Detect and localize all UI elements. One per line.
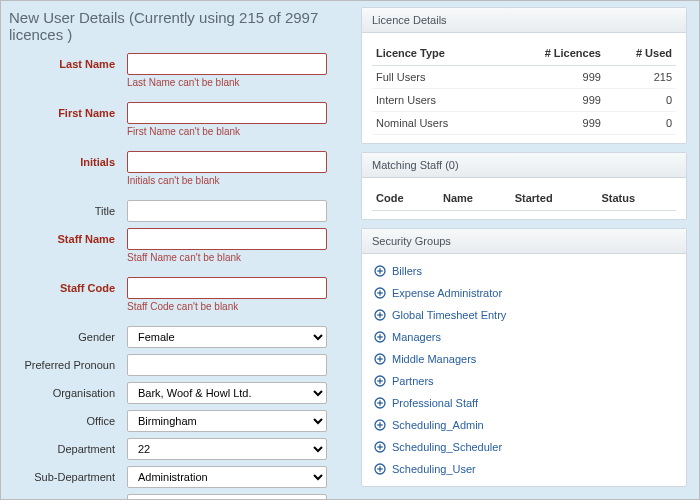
licence-cell-type: Nominal Users [372, 112, 501, 135]
add-icon [374, 441, 386, 453]
field-label: Grade [7, 494, 127, 499]
field-error: Staff Code can't be blank [127, 301, 327, 312]
licence-cell-count: 999 [501, 112, 605, 135]
field-label: Initials [7, 151, 127, 168]
security-group-label: Middle Managers [392, 353, 476, 365]
licence-row: Nominal Users9990 [372, 112, 676, 135]
security-group-item[interactable]: Middle Managers [372, 348, 676, 370]
security-group-label: Scheduling_User [392, 463, 476, 475]
staff-name-input[interactable] [127, 228, 327, 250]
form-row: Staff CodeStaff Code can't be blank [7, 277, 361, 312]
field-error: First Name can't be blank [127, 126, 327, 137]
licence-table: Licence Type # Licences # Used Full User… [372, 41, 676, 135]
field-label: First Name [7, 102, 127, 119]
form-row: Preferred Pronoun [7, 354, 361, 378]
form-column: New User Details (Currently using 215 of… [1, 1, 361, 499]
form-row: Last NameLast Name can't be blank [7, 53, 361, 88]
field-control-wrap: Female [127, 326, 327, 348]
add-icon [374, 463, 386, 475]
staff-code-input[interactable] [127, 277, 327, 299]
field-label: Organisation [7, 382, 127, 399]
field-control-wrap: Bark, Woof & Howl Ltd. [127, 382, 327, 404]
security-group-label: Partners [392, 375, 434, 387]
preferred-pronoun-input[interactable] [127, 354, 327, 376]
matching-panel-header: Matching Staff (0) [362, 153, 686, 178]
last-name-input[interactable] [127, 53, 327, 75]
add-icon [374, 331, 386, 343]
field-label: Gender [7, 326, 127, 343]
licence-cell-used: 0 [605, 89, 676, 112]
form-row: OfficeBirmingham [7, 410, 361, 434]
form-row: Sub-DepartmentAdministration [7, 466, 361, 490]
add-icon [374, 353, 386, 365]
security-group-label: Scheduling_Admin [392, 419, 484, 431]
licence-cell-used: 215 [605, 66, 676, 89]
security-group-label: Billers [392, 265, 422, 277]
field-control-wrap: Last Name can't be blank [127, 53, 327, 88]
page-title: New User Details (Currently using 215 of… [7, 7, 361, 53]
field-control-wrap [127, 200, 327, 222]
first-name-input[interactable] [127, 102, 327, 124]
add-icon [374, 309, 386, 321]
licence-cell-type: Intern Users [372, 89, 501, 112]
licence-col-type: Licence Type [372, 41, 501, 66]
security-group-item[interactable]: Scheduling_Scheduler [372, 436, 676, 458]
security-group-item[interactable]: Scheduling_User [372, 458, 676, 480]
licence-col-count: # Licences [501, 41, 605, 66]
form-row: Department22 [7, 438, 361, 462]
field-label: Office [7, 410, 127, 427]
form-row: GenderFemale [7, 326, 361, 350]
staff-col-name: Name [439, 186, 511, 211]
field-label: Preferred Pronoun [7, 354, 127, 371]
security-group-item[interactable]: Global Timesheet Entry [372, 304, 676, 326]
field-control-wrap: Initials can't be blank [127, 151, 327, 186]
add-icon [374, 287, 386, 299]
add-icon [374, 265, 386, 277]
security-group-item[interactable]: Managers [372, 326, 676, 348]
security-group-label: Global Timesheet Entry [392, 309, 506, 321]
security-group-label: Expense Administrator [392, 287, 502, 299]
initials-input[interactable] [127, 151, 327, 173]
field-control-wrap: 22 [127, 438, 327, 460]
staff-col-started: Started [511, 186, 598, 211]
organisation-input[interactable]: Bark, Woof & Howl Ltd. [127, 382, 327, 404]
field-label: Title [7, 200, 127, 217]
security-group-item[interactable]: Partners [372, 370, 676, 392]
security-group-label: Scheduling_Scheduler [392, 441, 502, 453]
security-groups-header: Security Groups [362, 229, 686, 254]
add-icon [374, 419, 386, 431]
department-input[interactable]: 22 [127, 438, 327, 460]
field-label: Last Name [7, 53, 127, 70]
field-control-wrap: Birmingham [127, 410, 327, 432]
staff-col-code: Code [372, 186, 439, 211]
title-input[interactable] [127, 200, 327, 222]
form-row: First NameFirst Name can't be blank [7, 102, 361, 137]
licence-details-panel: Licence Details Licence Type # Licences … [361, 7, 687, 144]
field-label: Department [7, 438, 127, 455]
field-control-wrap: Staff Name can't be blank [127, 228, 327, 263]
licence-cell-count: 999 [501, 66, 605, 89]
security-group-item[interactable]: Scheduling_Admin [372, 414, 676, 436]
gender-input[interactable]: Female [127, 326, 327, 348]
field-control-wrap [127, 354, 327, 376]
field-control-wrap: First Name can't be blank [127, 102, 327, 137]
field-label: Staff Name [7, 228, 127, 245]
side-column: Licence Details Licence Type # Licences … [361, 1, 695, 499]
security-group-item[interactable]: Billers [372, 260, 676, 282]
security-group-item[interactable]: Expense Administrator [372, 282, 676, 304]
sub-department-input[interactable]: Administration [127, 466, 327, 488]
office-input[interactable]: Birmingham [127, 410, 327, 432]
security-group-item[interactable]: Professional Staff [372, 392, 676, 414]
form-row: GradeAdministration [7, 494, 361, 499]
licence-row: Full Users999215 [372, 66, 676, 89]
security-group-label: Managers [392, 331, 441, 343]
form-row: InitialsInitials can't be blank [7, 151, 361, 186]
licence-cell-used: 0 [605, 112, 676, 135]
add-icon [374, 397, 386, 409]
licence-row: Intern Users9990 [372, 89, 676, 112]
field-label: Sub-Department [7, 466, 127, 483]
field-error: Last Name can't be blank [127, 77, 327, 88]
field-label: Staff Code [7, 277, 127, 294]
grade-input[interactable]: Administration [127, 494, 327, 499]
field-error: Initials can't be blank [127, 175, 327, 186]
